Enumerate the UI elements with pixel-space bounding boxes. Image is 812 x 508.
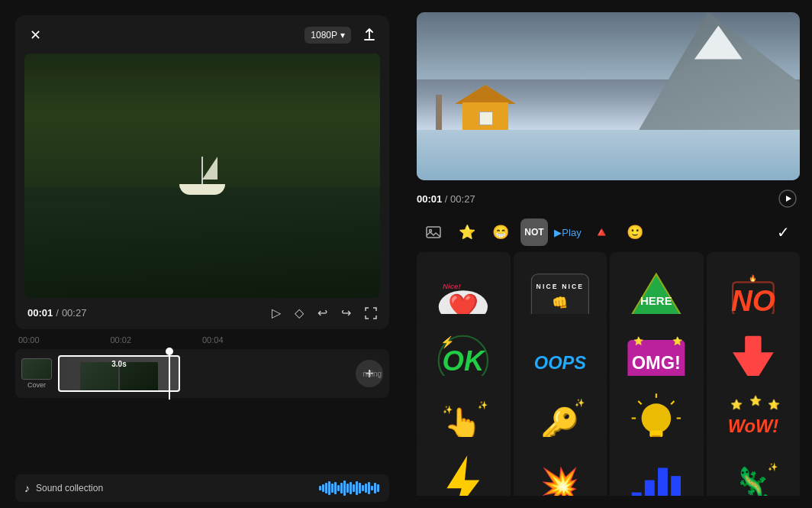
music-icon: ♪ [24, 482, 30, 494]
smile-tool-button[interactable]: 🙂 [621, 218, 649, 246]
svg-line-38 [639, 401, 642, 404]
image-tool-button[interactable] [420, 218, 447, 246]
lightning-sticker[interactable] [417, 437, 511, 496]
playback-controls: ▷ ◇ ↩ ↪ [272, 306, 377, 320]
waveform-bar [340, 483, 343, 493]
clip-duration: 3.0s [111, 360, 126, 368]
timeline-section: 00:00 00:02 00:04 Cover 3.0s [0, 335, 404, 468]
svg-text:✨: ✨ [768, 461, 778, 471]
ruler-mark-1: 00:02 [111, 335, 203, 345]
current-time: 00:01 [27, 307, 53, 319]
fullscreen-button[interactable] [365, 307, 377, 319]
svg-text:Nice!: Nice! [443, 282, 461, 290]
svg-text:👊: 👊 [552, 295, 569, 311]
svg-text:⭐: ⭐ [673, 337, 684, 347]
waveform-display [319, 480, 380, 496]
cone-tool-button[interactable]: 🔺 [588, 218, 615, 246]
waveform-bar [343, 480, 346, 496]
undo-button[interactable]: ↩ [317, 306, 327, 320]
water-reflection [24, 188, 380, 298]
waveform-bar [359, 483, 361, 493]
waveform-bar [346, 484, 349, 493]
boom-sticker[interactable]: 💥 [514, 437, 607, 496]
svg-text:⭐: ⭐ [749, 395, 762, 407]
svg-text:🦎: 🦎 [733, 464, 772, 496]
boat [176, 157, 229, 195]
right-current-time: 00:01 / 00:27 [417, 193, 475, 205]
boat-sail [202, 157, 218, 180]
waveform-bar [368, 482, 370, 494]
boat-scene [24, 53, 380, 298]
cover-label: Cover [27, 381, 46, 389]
left-panel: ✕ 1080P ▾ [0, 0, 404, 508]
time-display: 00:01 / 00:27 [27, 307, 86, 319]
chart-sticker[interactable] [610, 437, 704, 496]
waveform-bar [328, 481, 330, 495]
yellow-house [455, 87, 516, 133]
total-time: 00:27 [62, 307, 87, 319]
house-window [479, 112, 493, 125]
waveform-bar [362, 485, 364, 491]
playhead[interactable] [169, 348, 170, 400]
svg-marker-1 [786, 196, 791, 202]
not-tool-button[interactable]: NOT [520, 218, 548, 246]
svg-rect-50 [672, 476, 682, 496]
iplay-tool-button[interactable]: ▶Play [554, 218, 582, 246]
waveform-bar [319, 486, 321, 490]
svg-text:NICE NICE: NICE NICE [536, 283, 584, 290]
mountain-scene [417, 12, 800, 180]
svg-marker-45 [447, 455, 480, 496]
waveform-bar [337, 485, 340, 491]
editor-header: ✕ 1080P ▾ [24, 24, 380, 46]
upload-button[interactable] [359, 24, 380, 46]
sticker-grid: ❤️ Nice! NICE NICE 👊 NICE NICE HERE NO [417, 252, 800, 496]
video-editor: ✕ 1080P ▾ [15, 15, 389, 329]
main-clip[interactable]: 3.0s [58, 355, 180, 392]
house-body [462, 102, 508, 133]
svg-text:🔥: 🔥 [749, 275, 757, 283]
track-clips[interactable]: 3.0s nding [58, 355, 343, 392]
ruler-mark-2: 00:04 [202, 335, 295, 345]
waveform-bar [325, 483, 327, 493]
close-button[interactable]: ✕ [24, 24, 46, 46]
svg-text:⭐: ⭐ [633, 337, 644, 347]
sound-collection-label: Sound collection [36, 483, 313, 493]
ruler-mark-0: 00:00 [18, 335, 111, 345]
svg-rect-47 [632, 492, 642, 496]
cover-thumbnail [21, 358, 52, 380]
svg-text:HERE: HERE [640, 295, 672, 308]
star-tool-button[interactable]: ⭐ [453, 218, 481, 246]
svg-text:⭐: ⭐ [768, 398, 781, 410]
sound-collection-bar[interactable]: ♪ Sound collection [15, 474, 389, 502]
svg-text:⭐: ⭐ [730, 398, 743, 410]
svg-text:✨: ✨ [575, 398, 585, 408]
emoji-tool-button[interactable]: 😁 [487, 218, 514, 246]
svg-text:OMG!: OMG! [632, 353, 681, 373]
right-video-time: 00:01 / 00:27 [417, 186, 800, 211]
waveform-bar [322, 484, 324, 492]
waveform-bar [371, 486, 373, 490]
header-right: 1080P ▾ [304, 24, 380, 46]
main-video-preview [24, 53, 380, 298]
redo-button[interactable]: ↪ [341, 306, 351, 320]
resolution-selector[interactable]: 1080P ▾ [304, 27, 351, 44]
video-time-controls: 00:01 / 00:27 ▷ ◇ ↩ ↪ [24, 306, 380, 320]
waveform-bar [374, 483, 376, 493]
magnify-sticker[interactable]: 🦎 ✨ [707, 437, 801, 496]
time-separator: / [56, 307, 59, 319]
keyframe-button[interactable]: ◇ [295, 306, 304, 320]
right-play-button[interactable] [775, 186, 800, 211]
svg-text:WoW!: WoW! [728, 416, 778, 436]
svg-text:NO: NO [731, 284, 775, 317]
svg-rect-27 [745, 336, 761, 354]
right-video-preview [417, 12, 800, 180]
waveform-bar [334, 482, 337, 494]
confirm-button[interactable]: ✓ [769, 218, 797, 246]
svg-rect-49 [658, 468, 668, 496]
play-button[interactable]: ▷ [272, 306, 281, 320]
svg-text:💥: 💥 [540, 464, 579, 496]
house-roof [455, 85, 516, 104]
dropdown-arrow-icon: ▾ [340, 30, 345, 40]
waveform-bar [365, 484, 367, 493]
svg-point-33 [642, 403, 672, 433]
